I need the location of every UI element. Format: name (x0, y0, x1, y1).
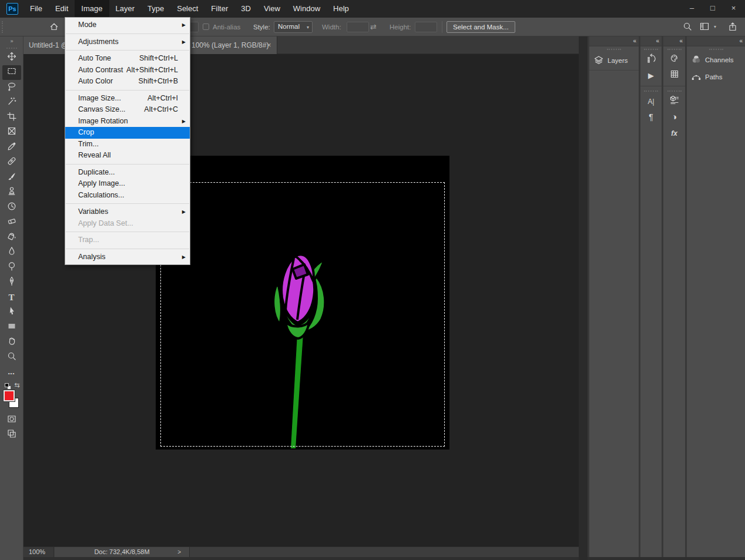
hand-tool-button[interactable] (2, 335, 21, 350)
menu-item-auto-color[interactable]: Auto ColorShift+Ctrl+B (65, 76, 190, 88)
swatches-panel-button[interactable] (663, 51, 685, 67)
zoom-tool-button[interactable] (2, 350, 21, 365)
blur-tool-button[interactable] (2, 245, 21, 260)
rectangle-tool-button[interactable] (2, 320, 21, 335)
eraser-tool-button[interactable] (2, 215, 21, 230)
tab-close-icon[interactable]: × (267, 41, 271, 49)
menu-item-crop[interactable]: Crop (65, 127, 190, 139)
move-tool-button[interactable] (2, 50, 21, 65)
properties-panel-button[interactable] (663, 93, 685, 109)
width-input[interactable] (347, 22, 369, 32)
canvas[interactable] (156, 156, 449, 450)
menu-item-duplicate[interactable]: Duplicate... (65, 167, 190, 179)
menu-item-auto-tone[interactable]: Auto ToneShift+Ctrl+L (65, 53, 190, 65)
menu-item-image-rotation[interactable]: Image Rotation▶ (65, 116, 190, 128)
dock-grip[interactable] (607, 49, 621, 50)
menubar-item-filter[interactable]: Filter (204, 0, 234, 17)
frame-tool-button[interactable] (2, 125, 21, 140)
collapse-panels-button[interactable]: « (687, 36, 745, 46)
healing-brush-tool-button[interactable] (2, 155, 21, 170)
dodge-tool-button[interactable] (2, 260, 21, 275)
history-panel-button[interactable] (640, 51, 662, 67)
search-icon[interactable] (683, 22, 692, 32)
menubar-item-help[interactable]: Help (327, 0, 355, 17)
color-panel-button[interactable] (663, 67, 685, 83)
paragraph-panel-button[interactable]: ¶ (640, 109, 662, 125)
menu-item-calculations[interactable]: Calculations... (65, 190, 190, 202)
actions-panel-button[interactable]: ▶ (640, 67, 662, 83)
menu-item-mode[interactable]: Mode▶ (65, 19, 190, 31)
menu-item-canvas-size[interactable]: Canvas Size...Alt+Ctrl+C (65, 104, 190, 116)
character-panel-button[interactable]: A| (640, 93, 662, 109)
menubar-item-image[interactable]: Image (75, 0, 109, 17)
brush-tool-button[interactable] (2, 170, 21, 185)
close-button[interactable]: × (724, 0, 743, 17)
swap-dimensions-icon[interactable]: ⇄ (370, 22, 377, 31)
menubar-item-view[interactable]: View (257, 0, 287, 17)
path-select-tool-button[interactable] (2, 305, 21, 320)
pen-tool-button[interactable] (2, 275, 21, 290)
maximize-button[interactable]: □ (704, 0, 722, 17)
toolbar-grip[interactable] (6, 48, 17, 49)
type-tool-button[interactable]: T (2, 290, 21, 305)
menu-item-apply-image[interactable]: Apply Image... (65, 178, 190, 190)
layers-panel-tab[interactable]: Layers (589, 51, 639, 71)
status-expand-icon[interactable]: > (177, 547, 181, 557)
document-size-info[interactable]: Doc: 732,4K/8,58M > (55, 547, 190, 558)
menu-item-trim[interactable]: Trim... (65, 139, 190, 150)
menubar-item-edit[interactable]: Edit (49, 0, 75, 17)
menu-item-image-size[interactable]: Image Size...Alt+Ctrl+I (65, 93, 190, 105)
dock-grip[interactable] (667, 49, 682, 50)
menubar-item-3d[interactable]: 3D (234, 0, 257, 17)
default-colors-icon[interactable] (5, 383, 9, 387)
dock-grip[interactable] (667, 90, 682, 92)
history-brush-tool-button[interactable] (2, 200, 21, 215)
paint-bucket-tool-button[interactable] (2, 230, 21, 245)
more-tool-button[interactable]: ••• (2, 365, 21, 380)
options-bar-grip[interactable] (2, 21, 4, 33)
clone-stamp-tool-button[interactable] (2, 185, 21, 200)
style-select[interactable]: Normal ▾ (274, 21, 313, 33)
collapse-panels-button[interactable]: « (589, 36, 639, 46)
foreground-color-swatch[interactable] (4, 390, 15, 401)
zoom-level-field[interactable]: 100% (24, 547, 54, 558)
chevron-down-icon[interactable]: ▾ (714, 24, 716, 29)
select-and-mask-button[interactable]: Select and Mask... (447, 21, 515, 33)
menubar-item-window[interactable]: Window (287, 0, 327, 17)
styles-panel-button[interactable]: fx (663, 125, 685, 140)
menubar-item-select[interactable]: Select (170, 0, 204, 17)
menu-item-auto-contrast[interactable]: Auto ContrastAlt+Shift+Ctrl+L (65, 65, 190, 76)
screen-mode-button[interactable] (2, 428, 21, 443)
height-input[interactable] (415, 22, 437, 32)
paths-panel-tab[interactable]: Paths (687, 68, 745, 85)
menu-item-reveal-all[interactable]: Reveal All (65, 150, 190, 162)
menu-item-adjustments[interactable]: Adjustments▶ (65, 36, 190, 48)
quick-select-tool-button[interactable] (2, 95, 21, 110)
home-icon[interactable] (49, 22, 59, 32)
marquee-tool-button[interactable] (2, 65, 21, 81)
dock-grip[interactable] (644, 49, 658, 50)
adjustments-panel-button[interactable]: ◑ (663, 109, 685, 125)
workspace-icon[interactable] (700, 22, 709, 32)
menu-item-variables[interactable]: Variables▶ (65, 206, 190, 218)
menu-item-analysis[interactable]: Analysis▶ (65, 252, 190, 263)
channels-panel-tab[interactable]: Channels (687, 51, 745, 68)
selection-marquee[interactable] (160, 182, 445, 447)
eyedropper-tool-button[interactable] (2, 140, 21, 155)
menubar-item-layer[interactable]: Layer (109, 0, 142, 17)
anti-alias-checkbox[interactable] (203, 24, 209, 30)
toolbar-collapse-icon[interactable]: » (10, 36, 12, 45)
dock-grip[interactable] (644, 90, 658, 92)
menubar-item-type[interactable]: Type (141, 0, 170, 17)
collapse-panels-button[interactable]: « (640, 36, 662, 46)
share-icon[interactable] (728, 22, 737, 32)
collapse-panels-button[interactable]: « (663, 36, 685, 46)
lasso-tool-button[interactable] (2, 80, 21, 95)
quick-mask-button[interactable] (2, 413, 21, 428)
dock-grip[interactable] (709, 49, 723, 50)
minimize-button[interactable]: – (683, 0, 701, 17)
menubar-item-file[interactable]: File (24, 0, 49, 17)
crop-tool-button[interactable] (2, 110, 21, 125)
brush-tool-icon (7, 172, 16, 183)
swap-colors-icon[interactable]: ⇆ (14, 381, 19, 389)
